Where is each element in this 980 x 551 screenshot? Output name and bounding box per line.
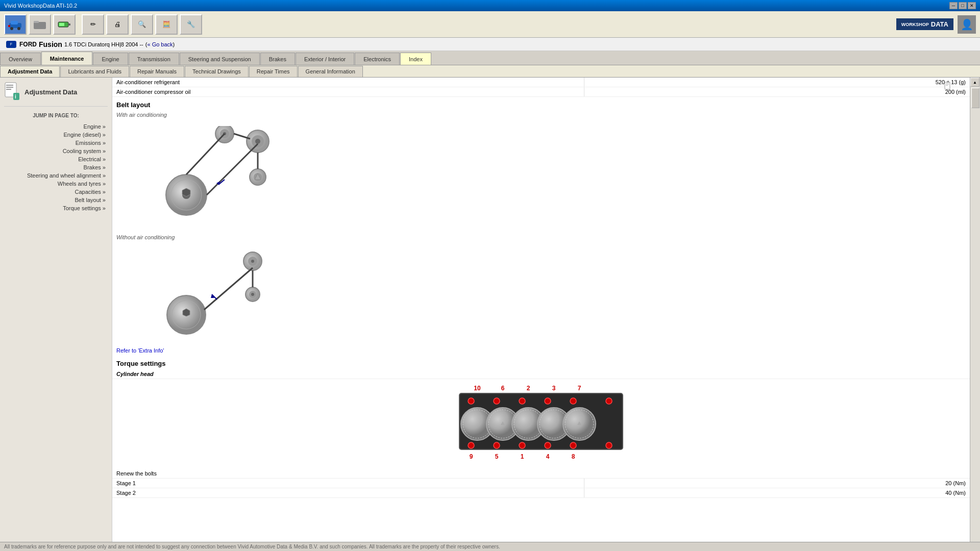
breadcrumb: F FORD Fusion 1.6 TDCi Duratorq HH|8 200… (0, 38, 980, 51)
cylinder-head-label: Cylinder head (112, 369, 584, 379)
sidebar-item-belt[interactable]: Belt layout » (4, 196, 108, 204)
belt-diagram-with-ac (112, 121, 970, 233)
tab-maintenance[interactable]: Maintenance (41, 52, 93, 65)
toolbar: ✏ 🖨 🔍 🧮 🔧 WORKSHOP DATA 👤 (0, 11, 980, 38)
svg-point-55 (468, 398, 474, 404)
folder-icon (33, 19, 47, 30)
tab-exterior[interactable]: Exterior / Interior (296, 53, 354, 65)
svg-text:9: 9 (470, 453, 473, 460)
tab-overview[interactable]: Overview (0, 53, 41, 65)
scrollbar-track[interactable] (970, 87, 980, 542)
svg-text:2: 2 (527, 385, 530, 392)
spec-label: 1.6 TDCi Duratorq HH|8 2004 -- (64, 41, 143, 47)
sidebar-item-cooling[interactable]: Cooling system » (4, 147, 108, 155)
settings-button[interactable]: 🔧 (180, 14, 202, 35)
battery-button[interactable] (53, 14, 76, 35)
content-area: i Adjustment Data JUMP IN PAGE TO: Engin… (0, 78, 980, 551)
page-nav-icons (944, 82, 953, 91)
belt-diagram-without-ac (112, 243, 970, 345)
maximize-button[interactable]: □ (959, 2, 967, 9)
svg-rect-13 (6, 89, 11, 90)
stage2-row: Stage 2 40 (Nm) (112, 488, 970, 498)
sidebar-header: i Adjustment Data (4, 82, 108, 107)
svg-marker-23 (182, 188, 190, 196)
sidebar-item-torque[interactable]: Torque settings » (4, 204, 108, 212)
svg-text:1: 1 (521, 453, 524, 460)
scrollbar-thumb[interactable] (971, 88, 979, 108)
renew-bolts-label: Renew the bolts (112, 469, 584, 478)
car-button[interactable] (4, 14, 27, 35)
svg-text:4: 4 (546, 453, 550, 460)
sidebar-title: Adjustment Data (24, 88, 77, 96)
ac-oil-unit: (ml) (956, 89, 966, 95)
refrigerant-row: Air-conditioner refrigerant 520 ± 13 (g) (112, 78, 970, 87)
ac-oil-row: Air-conditioner compressor oil 200 (ml) (112, 87, 970, 97)
subtab-lubricants[interactable]: Lubricants and Fluids (60, 66, 129, 77)
svg-line-34 (186, 134, 225, 174)
subtab-technical[interactable]: Technical Drawings (185, 66, 249, 77)
subtab-general[interactable]: General Information (298, 66, 363, 77)
belt-with-ac-svg (158, 126, 332, 228)
subtab-adjustment[interactable]: Adjustment Data (0, 66, 60, 77)
tab-engine[interactable]: Engine (93, 53, 128, 65)
page-icon (944, 82, 953, 91)
subtab-repair-manuals[interactable]: Repair Manuals (130, 66, 184, 77)
belt-layout-header: Belt layout (112, 97, 970, 111)
svg-point-77 (570, 442, 576, 448)
sidebar-item-capacities[interactable]: Capacities » (4, 188, 108, 196)
cylinder-head-svg: 10 6 2 3 7 (454, 383, 628, 465)
print-button[interactable]: 🖨 (106, 14, 129, 35)
folder-button[interactable] (29, 14, 51, 35)
refer-link[interactable]: Refer to 'Extra Info' (112, 345, 970, 356)
svg-text:6: 6 (501, 385, 505, 392)
sidebar-item-brakes[interactable]: Brakes » (4, 163, 108, 171)
tab-steering[interactable]: Steering and Suspension (180, 53, 260, 65)
go-back-link[interactable]: « Go back (147, 41, 173, 47)
model-label: Fusion (39, 40, 62, 48)
scroll-up-button[interactable]: ▲ (970, 78, 979, 87)
document-icon: i (4, 82, 20, 102)
tab-transmission[interactable]: Transmission (129, 53, 179, 65)
subtab-repair-times[interactable]: Repair Times (249, 66, 298, 77)
stage1-label: Stage 1 (112, 479, 584, 488)
belt-without-ac-svg (158, 248, 322, 343)
sidebar-item-engine-diesel[interactable]: Engine (diesel) » (4, 131, 108, 139)
cylinder-diagram-area: 10 6 2 3 7 (112, 379, 970, 469)
svg-point-75 (519, 442, 525, 448)
edit-button[interactable]: ✏ (82, 14, 104, 35)
workshop-logo: WORKSHOP DATA (896, 18, 953, 30)
minimize-button[interactable]: ─ (949, 2, 958, 9)
sidebar-item-steering[interactable]: Steering and wheel alignment » (4, 171, 108, 180)
svg-rect-9 (68, 23, 70, 26)
with-ac-label: With air conditioning (112, 111, 970, 121)
status-bar: All trademarks are for reference purpose… (0, 542, 980, 551)
cylinder-head-row: Cylinder head (112, 369, 970, 379)
sidebar-item-engine[interactable]: Engine » (4, 122, 108, 131)
svg-point-2 (10, 27, 13, 30)
toolbar-left: ✏ 🖨 🔍 🧮 🔧 (4, 14, 202, 35)
tab-brakes[interactable]: Brakes (260, 53, 295, 65)
ac-oil-label: Air-conditioner compressor oil (112, 87, 584, 96)
tab-electronics[interactable]: Electronics (355, 53, 400, 65)
refrigerant-unit: (g) (959, 79, 966, 85)
sidebar-item-electrical[interactable]: Electrical » (4, 155, 108, 163)
svg-point-56 (494, 398, 500, 404)
close-button[interactable]: ✕ (968, 2, 976, 9)
svg-rect-5 (34, 22, 46, 29)
svg-rect-17 (946, 83, 949, 84)
svg-text:8: 8 (572, 453, 575, 460)
sidebar-item-wheels[interactable]: Wheels and tyres » (4, 180, 108, 188)
svg-rect-4 (8, 25, 10, 27)
tab-index[interactable]: Index (400, 53, 431, 65)
svg-point-45 (251, 293, 254, 296)
calculator-button[interactable]: 🧮 (155, 14, 178, 35)
svg-text:7: 7 (578, 385, 581, 392)
svg-rect-8 (59, 23, 64, 26)
window-controls: ─ □ ✕ (949, 2, 976, 9)
svg-text:10: 10 (474, 385, 481, 392)
brand-label: FORD (19, 41, 37, 48)
search-button[interactable]: 🔍 (131, 14, 153, 35)
ford-logo: F (6, 41, 16, 48)
svg-point-78 (606, 442, 612, 448)
sidebar-item-emissions[interactable]: Emissions » (4, 139, 108, 147)
